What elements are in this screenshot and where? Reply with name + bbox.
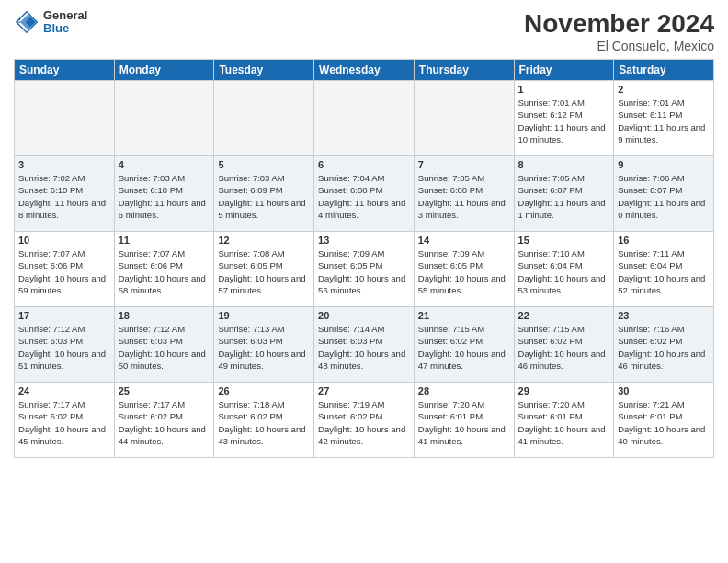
day-info: Sunrise: 7:09 AMSunset: 6:05 PMDaylight:… — [418, 247, 510, 296]
calendar-cell: 3Sunrise: 7:02 AMSunset: 6:10 PMDaylight… — [15, 156, 115, 232]
day-number: 29 — [518, 385, 610, 396]
day-number: 7 — [418, 159, 510, 170]
logo-general: General — [43, 9, 87, 22]
day-info: Sunrise: 7:04 AMSunset: 6:08 PMDaylight:… — [318, 172, 410, 221]
logo-text: General Blue — [43, 9, 87, 36]
day-info: Sunrise: 7:15 AMSunset: 6:02 PMDaylight:… — [418, 323, 510, 372]
calendar-table: Sunday Monday Tuesday Wednesday Thursday… — [14, 59, 714, 458]
day-info: Sunrise: 7:03 AMSunset: 6:10 PMDaylight:… — [119, 172, 210, 221]
calendar-cell: 4Sunrise: 7:03 AMSunset: 6:10 PMDaylight… — [114, 156, 214, 232]
calendar-cell: 1Sunrise: 7:01 AMSunset: 6:12 PMDaylight… — [514, 81, 614, 156]
day-number: 3 — [18, 159, 110, 170]
day-number: 4 — [119, 159, 210, 170]
calendar-week-5: 24Sunrise: 7:17 AMSunset: 6:02 PMDayligh… — [15, 383, 714, 458]
day-info: Sunrise: 7:17 AMSunset: 6:02 PMDaylight:… — [119, 398, 210, 447]
day-number: 22 — [518, 310, 610, 321]
logo-icon: G — [14, 9, 40, 35]
calendar-cell: 18Sunrise: 7:12 AMSunset: 6:03 PMDayligh… — [114, 307, 214, 383]
calendar-cell: 17Sunrise: 7:12 AMSunset: 6:03 PMDayligh… — [15, 307, 115, 383]
col-wednesday: Wednesday — [314, 60, 415, 81]
day-number: 5 — [218, 159, 310, 170]
day-info: Sunrise: 7:18 AMSunset: 6:02 PMDaylight:… — [218, 398, 310, 447]
calendar-cell — [214, 81, 314, 156]
header-row: Sunday Monday Tuesday Wednesday Thursday… — [15, 60, 714, 81]
calendar-cell: 30Sunrise: 7:21 AMSunset: 6:01 PMDayligh… — [614, 383, 714, 458]
day-info: Sunrise: 7:20 AMSunset: 6:01 PMDaylight:… — [418, 398, 510, 447]
calendar-cell: 13Sunrise: 7:09 AMSunset: 6:05 PMDayligh… — [314, 232, 415, 307]
day-info: Sunrise: 7:02 AMSunset: 6:10 PMDaylight:… — [18, 172, 110, 221]
calendar-cell: 19Sunrise: 7:13 AMSunset: 6:03 PMDayligh… — [214, 307, 314, 383]
col-tuesday: Tuesday — [214, 60, 314, 81]
day-info: Sunrise: 7:09 AMSunset: 6:05 PMDaylight:… — [318, 247, 410, 296]
calendar-cell: 15Sunrise: 7:10 AMSunset: 6:04 PMDayligh… — [514, 232, 614, 307]
svg-text:G: G — [17, 19, 21, 25]
calendar-week-2: 3Sunrise: 7:02 AMSunset: 6:10 PMDaylight… — [15, 156, 714, 232]
day-info: Sunrise: 7:01 AMSunset: 6:11 PMDaylight:… — [618, 97, 710, 145]
calendar-cell: 8Sunrise: 7:05 AMSunset: 6:07 PMDaylight… — [514, 156, 614, 232]
calendar-cell: 25Sunrise: 7:17 AMSunset: 6:02 PMDayligh… — [114, 383, 214, 458]
title-area: November 2024 El Consuelo, Mexico — [524, 9, 714, 53]
day-info: Sunrise: 7:19 AMSunset: 6:02 PMDaylight:… — [318, 398, 410, 447]
day-number: 8 — [518, 159, 610, 170]
month-title: November 2024 — [524, 9, 714, 39]
day-number: 11 — [119, 235, 210, 246]
day-info: Sunrise: 7:05 AMSunset: 6:07 PMDaylight:… — [518, 172, 610, 221]
calendar-cell: 28Sunrise: 7:20 AMSunset: 6:01 PMDayligh… — [414, 383, 514, 458]
day-number: 9 — [618, 159, 710, 170]
logo-blue: Blue — [43, 22, 87, 35]
day-info: Sunrise: 7:05 AMSunset: 6:08 PMDaylight:… — [418, 172, 510, 221]
calendar-cell: 26Sunrise: 7:18 AMSunset: 6:02 PMDayligh… — [214, 383, 314, 458]
day-info: Sunrise: 7:03 AMSunset: 6:09 PMDaylight:… — [218, 172, 310, 221]
calendar-cell: 2Sunrise: 7:01 AMSunset: 6:11 PMDaylight… — [614, 81, 714, 156]
day-info: Sunrise: 7:12 AMSunset: 6:03 PMDaylight:… — [119, 323, 210, 372]
day-number: 30 — [618, 385, 710, 396]
calendar-cell: 27Sunrise: 7:19 AMSunset: 6:02 PMDayligh… — [314, 383, 415, 458]
calendar-cell — [414, 81, 514, 156]
calendar-cell: 11Sunrise: 7:07 AMSunset: 6:06 PMDayligh… — [114, 232, 214, 307]
calendar-cell: 24Sunrise: 7:17 AMSunset: 6:02 PMDayligh… — [15, 383, 115, 458]
day-info: Sunrise: 7:20 AMSunset: 6:01 PMDaylight:… — [518, 398, 610, 447]
col-monday: Monday — [114, 60, 214, 81]
day-info: Sunrise: 7:07 AMSunset: 6:06 PMDaylight:… — [119, 247, 210, 296]
calendar-cell: 23Sunrise: 7:16 AMSunset: 6:02 PMDayligh… — [614, 307, 714, 383]
calendar-cell: 12Sunrise: 7:08 AMSunset: 6:05 PMDayligh… — [214, 232, 314, 307]
day-info: Sunrise: 7:08 AMSunset: 6:05 PMDaylight:… — [218, 247, 310, 296]
calendar-page: G General Blue November 2024 El Consuelo… — [0, 0, 728, 563]
day-info: Sunrise: 7:11 AMSunset: 6:04 PMDaylight:… — [618, 247, 710, 296]
day-number: 6 — [318, 159, 410, 170]
day-number: 20 — [318, 310, 410, 321]
calendar-cell — [15, 81, 115, 156]
day-number: 19 — [218, 310, 310, 321]
calendar-cell — [114, 81, 214, 156]
day-info: Sunrise: 7:16 AMSunset: 6:02 PMDaylight:… — [618, 323, 710, 372]
day-info: Sunrise: 7:01 AMSunset: 6:12 PMDaylight:… — [518, 97, 610, 145]
day-number: 13 — [318, 235, 410, 246]
col-friday: Friday — [514, 60, 614, 81]
day-number: 28 — [418, 385, 510, 396]
location: El Consuelo, Mexico — [524, 39, 714, 53]
calendar-cell: 9Sunrise: 7:06 AMSunset: 6:07 PMDaylight… — [614, 156, 714, 232]
calendar-cell: 6Sunrise: 7:04 AMSunset: 6:08 PMDaylight… — [314, 156, 415, 232]
day-info: Sunrise: 7:17 AMSunset: 6:02 PMDaylight:… — [18, 398, 110, 447]
day-info: Sunrise: 7:21 AMSunset: 6:01 PMDaylight:… — [618, 398, 710, 447]
day-number: 24 — [18, 385, 110, 396]
day-number: 14 — [418, 235, 510, 246]
calendar-cell: 20Sunrise: 7:14 AMSunset: 6:03 PMDayligh… — [314, 307, 415, 383]
day-info: Sunrise: 7:10 AMSunset: 6:04 PMDaylight:… — [518, 247, 610, 296]
day-number: 15 — [518, 235, 610, 246]
calendar-cell: 7Sunrise: 7:05 AMSunset: 6:08 PMDaylight… — [414, 156, 514, 232]
calendar-week-1: 1Sunrise: 7:01 AMSunset: 6:12 PMDaylight… — [15, 81, 714, 156]
calendar-cell: 21Sunrise: 7:15 AMSunset: 6:02 PMDayligh… — [414, 307, 514, 383]
day-info: Sunrise: 7:13 AMSunset: 6:03 PMDaylight:… — [218, 323, 310, 372]
day-info: Sunrise: 7:07 AMSunset: 6:06 PMDaylight:… — [18, 247, 110, 296]
day-number: 12 — [218, 235, 310, 246]
calendar-week-4: 17Sunrise: 7:12 AMSunset: 6:03 PMDayligh… — [15, 307, 714, 383]
logo: G General Blue — [14, 9, 87, 36]
day-number: 26 — [218, 385, 310, 396]
calendar-cell — [314, 81, 415, 156]
day-number: 23 — [618, 310, 710, 321]
day-info: Sunrise: 7:12 AMSunset: 6:03 PMDaylight:… — [18, 323, 110, 372]
calendar-week-3: 10Sunrise: 7:07 AMSunset: 6:06 PMDayligh… — [15, 232, 714, 307]
day-number: 10 — [18, 235, 110, 246]
calendar-cell: 14Sunrise: 7:09 AMSunset: 6:05 PMDayligh… — [414, 232, 514, 307]
